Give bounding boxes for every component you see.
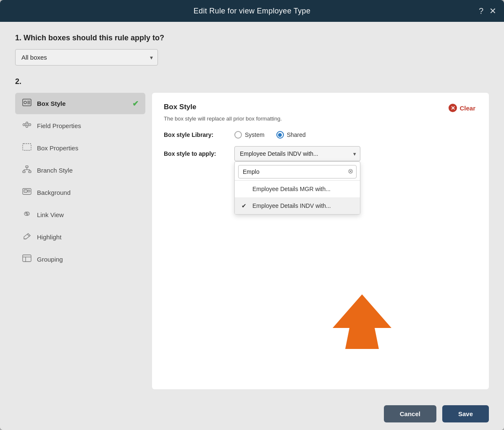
background-icon (22, 188, 32, 197)
search-input[interactable] (238, 165, 357, 178)
search-dropdown: ⊗ Employee Details MGR with... ✔ Employe… (234, 161, 360, 215)
branch-style-icon (22, 165, 32, 175)
sidebar-label-link-view: Link View (37, 211, 64, 218)
apply-row: Box style to apply: Employee Details IND… (164, 146, 477, 161)
cancel-button[interactable]: Cancel (384, 405, 436, 422)
radio-shared-circle (276, 131, 284, 139)
svg-point-8 (26, 126, 28, 128)
option-indv-check: ✔ (242, 202, 248, 209)
link-view-icon (22, 210, 32, 220)
sidebar-item-branch-style[interactable]: Branch Style (15, 160, 145, 181)
svg-point-23 (28, 190, 30, 192)
grouping-icon (22, 254, 32, 264)
svg-point-6 (26, 122, 28, 124)
search-clear-icon[interactable]: ⊗ (348, 167, 353, 175)
search-input-wrapper: ⊗ (235, 162, 360, 181)
sidebar-label-box-style: Box Style (37, 100, 66, 107)
dropdown-option-mgr[interactable]: Employee Details MGR with... (235, 181, 360, 197)
option-indv-label: Employee Details INDV with... (252, 202, 331, 209)
box-style-icon (22, 99, 32, 108)
option-mgr-label: Employee Details MGR with... (252, 186, 331, 192)
arrow-indicator (333, 294, 391, 350)
apply-label: Box style to apply: (164, 150, 227, 157)
sidebar-label-background: Background (37, 189, 71, 196)
svg-rect-26 (23, 255, 31, 262)
sidebar-label-grouping: Grouping (37, 256, 63, 263)
radio-shared-label: Shared (287, 131, 306, 138)
dialog-header: Edit Rule for view Employee Type ? ✕ (0, 0, 504, 22)
svg-point-1 (24, 101, 26, 104)
svg-marker-29 (333, 294, 391, 349)
save-button[interactable]: Save (442, 405, 489, 422)
box-properties-icon (22, 143, 32, 153)
dropdown-option-indv[interactable]: ✔ Employee Details INDV with... (235, 197, 360, 214)
style-dropdown[interactable]: Employee Details INDV with... (234, 146, 360, 161)
svg-rect-16 (29, 171, 31, 173)
sidebar-item-highlight[interactable]: Highlight (15, 226, 145, 248)
panel-subtitle: The box style will replace all prior box… (164, 115, 477, 122)
step1-question: 1. Which boxes should this rule apply to… (15, 34, 489, 42)
sidebar-label-box-properties: Box Properties (37, 144, 78, 152)
sidebar-label-field-properties: Field Properties (37, 122, 81, 129)
sidebar-item-box-properties[interactable]: Box Properties (15, 137, 145, 159)
radio-group-library: System Shared (234, 131, 306, 139)
svg-line-10 (28, 123, 29, 124)
step2-label: 2. (15, 77, 489, 86)
svg-rect-14 (26, 166, 28, 168)
clear-icon: ✕ (449, 104, 457, 112)
library-label: Box style Library: (164, 131, 227, 138)
svg-point-5 (23, 124, 25, 126)
panel-header: Box Style ✕ Clear (164, 103, 477, 113)
svg-rect-15 (23, 171, 25, 173)
clear-button[interactable]: ✕ Clear (447, 103, 477, 113)
sidebar-label-highlight: Highlight (37, 233, 61, 241)
svg-line-11 (28, 125, 29, 126)
dropdown-options-list: Employee Details MGR with... ✔ Employee … (235, 181, 360, 214)
svg-rect-22 (24, 190, 27, 192)
radio-shared[interactable]: Shared (276, 131, 306, 139)
radio-system[interactable]: System (234, 131, 265, 139)
svg-rect-13 (23, 144, 31, 150)
step2-content: Box Style ✔ (15, 93, 489, 389)
dialog-body: 1. Which boxes should this rule apply to… (0, 22, 504, 398)
svg-line-12 (25, 125, 26, 126)
main-panel: Box Style ✕ Clear The box style will rep… (152, 93, 489, 389)
sidebar-item-background[interactable]: Background (15, 182, 145, 203)
sidebar-item-field-properties[interactable]: Field Properties (15, 115, 145, 136)
radio-system-circle (234, 131, 242, 139)
sidebar-item-link-view[interactable]: Link View (15, 204, 145, 225)
highlight-icon (22, 232, 32, 242)
style-dropdown-wrapper: Employee Details INDV with... ▾ ⊗ (234, 146, 360, 161)
edit-rule-dialog: Edit Rule for view Employee Type ? ✕ 1. … (0, 0, 504, 430)
library-row: Box style Library: System Shared (164, 131, 477, 139)
sidebar-item-box-style[interactable]: Box Style ✔ (15, 93, 145, 114)
clear-label: Clear (459, 105, 475, 112)
header-icons: ? ✕ (479, 6, 496, 16)
box-style-check-icon: ✔ (132, 99, 139, 108)
option-mgr-check (242, 186, 248, 192)
svg-point-7 (29, 124, 31, 126)
box-target-select-wrapper: All boxes Selected boxes ▾ (15, 49, 158, 66)
box-target-select[interactable]: All boxes Selected boxes (15, 49, 158, 66)
radio-system-label: System (245, 131, 265, 138)
sidebar: Box Style ✔ (15, 93, 145, 389)
sidebar-label-branch-style: Branch Style (37, 167, 73, 174)
field-properties-icon (22, 121, 32, 131)
dialog-footer: Cancel Save (0, 398, 504, 430)
panel-title: Box Style (164, 103, 196, 111)
close-icon[interactable]: ✕ (489, 6, 496, 16)
sidebar-item-grouping[interactable]: Grouping (15, 249, 145, 270)
svg-line-9 (25, 123, 26, 124)
help-icon[interactable]: ? (479, 6, 483, 16)
dialog-title: Edit Rule for view Employee Type (194, 7, 310, 16)
